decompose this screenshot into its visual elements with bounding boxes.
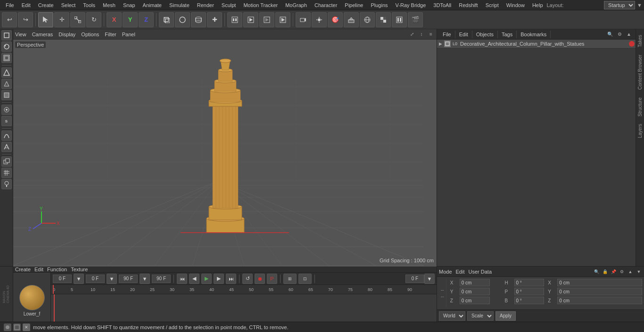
attr-edit-tab[interactable]: Edit: [456, 269, 465, 275]
attr-b-input[interactable]: 0 °: [514, 297, 545, 304]
sky-btn[interactable]: [360, 12, 375, 27]
model-mode-button[interactable]: [1, 30, 12, 40]
material-item[interactable]: Lower_f: [19, 285, 45, 316]
viewport-fullscreen-icon[interactable]: ↕: [418, 31, 425, 38]
video-btn[interactable]: 🎬: [408, 12, 423, 27]
menu-character[interactable]: Character: [311, 1, 341, 9]
go-end-button[interactable]: ⏭: [226, 274, 236, 284]
object-visibility-dot[interactable]: [629, 41, 635, 47]
menu-sculpt[interactable]: Sculpt: [218, 1, 240, 9]
y-axis-button[interactable]: Y: [123, 12, 138, 27]
keyframe-grid-button[interactable]: ⊞: [283, 274, 297, 284]
viewport-panel-menu[interactable]: Panel: [122, 32, 135, 37]
playback-btn[interactable]: [392, 12, 407, 27]
menu-pipeline[interactable]: Pipeline: [341, 1, 367, 9]
sculpt-tool-button[interactable]: [1, 142, 12, 152]
status-icon-2[interactable]: [13, 324, 21, 331]
menu-edit[interactable]: Edit: [18, 1, 34, 9]
x-axis-button[interactable]: X: [107, 12, 122, 27]
frame-start-input[interactable]: [53, 275, 72, 283]
object-list-item[interactable]: ▶ L0 Decorative_Architectural_Column_Pil…: [437, 40, 644, 49]
menu-render[interactable]: Render: [193, 1, 218, 9]
viewport-cameras-menu[interactable]: Cameras: [32, 32, 53, 37]
menu-tools[interactable]: Tools: [79, 1, 99, 9]
frame-end2-input[interactable]: [152, 275, 171, 283]
attr-settings-icon[interactable]: ⚙: [619, 268, 625, 275]
redo-button[interactable]: ↪: [18, 12, 33, 27]
snap-button[interactable]: [1, 105, 12, 115]
layout-select[interactable]: Startup: [604, 1, 635, 9]
attr-sy-input[interactable]: 0 cm: [557, 288, 642, 295]
frame-current-input[interactable]: [86, 275, 105, 283]
boole-button[interactable]: [1, 156, 12, 167]
viewport-view-menu[interactable]: View: [15, 32, 26, 37]
viewport-filter-menu[interactable]: Filter: [105, 32, 116, 37]
move-tool-button[interactable]: ✛: [54, 12, 69, 27]
attr-y-input[interactable]: 0 cm: [460, 288, 490, 295]
grid-button[interactable]: [1, 168, 12, 178]
auto-key-button[interactable]: P: [267, 274, 277, 284]
play-forward-button[interactable]: ▶: [201, 274, 212, 284]
menu-snap[interactable]: Snap: [119, 1, 139, 9]
attr-z-input[interactable]: 0 cm: [460, 297, 490, 304]
loop-button[interactable]: ↺: [242, 274, 253, 284]
attr-p-input[interactable]: 0 °: [514, 288, 545, 295]
viewport-settings-icon[interactable]: ≡: [427, 31, 435, 38]
attr-pin-icon[interactable]: 📌: [610, 268, 617, 275]
takes-tab[interactable]: Takes: [636, 31, 644, 51]
menu-plugins[interactable]: Plugins: [367, 1, 391, 9]
light-button[interactable]: [312, 12, 327, 27]
attr-lock-icon[interactable]: 🔒: [602, 268, 608, 275]
frame-end-input[interactable]: [119, 275, 138, 283]
objects-bookmarks-tab[interactable]: Bookmarks: [517, 31, 551, 38]
render-view-button[interactable]: [243, 12, 258, 27]
menu-mograph[interactable]: MoGraph: [281, 1, 311, 9]
attr-arrow-down-icon[interactable]: ▼: [636, 268, 642, 275]
step-back-button[interactable]: ◀: [189, 274, 199, 284]
menu-create[interactable]: Create: [34, 1, 58, 9]
timeline-tracks[interactable]: [51, 294, 437, 322]
menu-script[interactable]: Script: [482, 1, 503, 9]
layers-tab[interactable]: Layers: [636, 120, 644, 142]
status-icon-1[interactable]: [4, 324, 11, 331]
go-start-button[interactable]: ⏮: [177, 274, 187, 284]
frame-end-dropdown[interactable]: ▼: [140, 274, 150, 284]
timeline-playhead[interactable]: [53, 285, 54, 294]
menu-redshift[interactable]: Redshift: [455, 1, 481, 9]
objects-arrow-up-icon[interactable]: ▲: [625, 31, 633, 38]
cylinder-tool-button[interactable]: [191, 12, 206, 27]
menu-mesh[interactable]: Mesh: [99, 1, 119, 9]
playhead-frame-dropdown[interactable]: ▼: [424, 274, 435, 284]
select-tool-button[interactable]: [38, 12, 53, 27]
world-dropdown[interactable]: World: [439, 311, 465, 321]
timeline-options-button[interactable]: ⊡: [298, 274, 312, 284]
viewport-maximize-icon[interactable]: ⤢: [408, 31, 416, 38]
viewport-canvas[interactable]: X Y Z Perspective Grid Spacing : 1000 cm: [13, 40, 437, 266]
make-preview-button[interactable]: [275, 12, 290, 27]
menu-file[interactable]: File: [2, 1, 18, 9]
checker-btn[interactable]: [376, 12, 391, 27]
objects-edit-tab[interactable]: Edit: [455, 31, 472, 38]
paint-mode-button[interactable]: [1, 53, 12, 63]
z-axis-button[interactable]: Z: [139, 12, 154, 27]
menu-animate[interactable]: Animate: [139, 1, 165, 9]
menu-help[interactable]: Help: [528, 1, 547, 9]
objects-objects-tab[interactable]: Objects: [472, 31, 498, 38]
edge-mode-button[interactable]: [1, 79, 12, 89]
rotate-tool-button[interactable]: ↻: [86, 12, 101, 27]
apply-button[interactable]: Apply: [495, 311, 516, 321]
new-obj-button[interactable]: ✚: [207, 12, 222, 27]
mat-function-tab[interactable]: Function: [47, 267, 67, 272]
scale-dropdown[interactable]: Scale: [467, 311, 494, 321]
menu-3dtoall[interactable]: 3DToAll: [429, 1, 455, 9]
step-forward-button[interactable]: ▶: [214, 274, 224, 284]
objects-tags-tab[interactable]: Tags: [498, 31, 517, 38]
attr-search-icon[interactable]: 🔍: [593, 268, 600, 275]
content-browser-tab[interactable]: Content Browser: [636, 51, 644, 93]
spline-button[interactable]: [1, 130, 12, 141]
target-btn[interactable]: 🎯: [328, 12, 343, 27]
viewport-options-menu[interactable]: Options: [81, 32, 99, 37]
attr-x-input[interactable]: 0 cm: [460, 279, 490, 286]
solo-button[interactable]: S: [1, 116, 12, 126]
undo-button[interactable]: ↩: [2, 12, 17, 27]
